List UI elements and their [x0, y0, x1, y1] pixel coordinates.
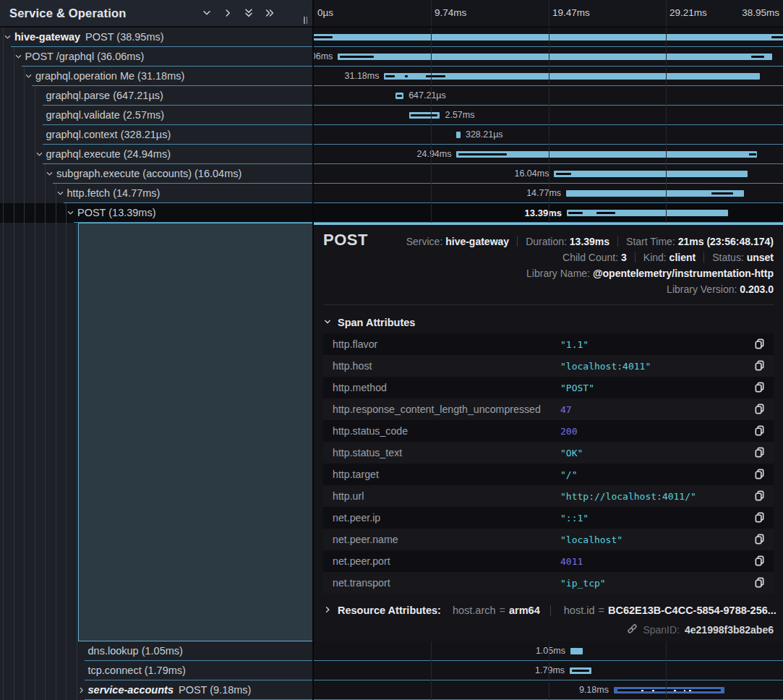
- span-id-label: SpanID:: [643, 624, 680, 636]
- indent-guide: [14, 641, 14, 661]
- column-resizer-handle[interactable]: [304, 17, 307, 24]
- indent-guide: [3, 145, 4, 164]
- span-duration-label: 328.21µs: [466, 125, 503, 145]
- attribute-key: http.url: [323, 490, 364, 502]
- tree-row[interactable]: dns.lookup (1.05ms): [0, 641, 312, 661]
- indent-guide: [35, 184, 35, 203]
- tree-row[interactable]: subgraph.execute (accounts) (16.04ms): [0, 164, 312, 184]
- tree-row[interactable]: graphql.validate (2.57ms): [0, 106, 312, 125]
- copy-icon[interactable]: [754, 360, 765, 371]
- chevron-down-icon[interactable]: [4, 33, 12, 41]
- span-bar[interactable]: [456, 132, 460, 138]
- tree-row[interactable]: graphql.operation Me (31.18ms): [0, 67, 312, 86]
- indent-guide: [3, 164, 4, 184]
- span-name: graphql.parse (647.21µs): [46, 86, 163, 105]
- critical-path-mark: [385, 75, 395, 77]
- tree-row[interactable]: graphql.parse (647.21µs): [0, 86, 312, 106]
- attribute-row: http.status_text"OK": [323, 442, 774, 464]
- meta-label: Status:: [712, 252, 746, 263]
- meta-label: Child Count:: [562, 252, 621, 263]
- tree-row[interactable]: service-accountsPOST (9.18ms): [0, 680, 312, 700]
- chevron-down-icon[interactable]: [46, 170, 54, 178]
- tree-row[interactable]: hive-gatewayPOST (38.95ms): [0, 27, 312, 47]
- chevron-right-icon[interactable]: [223, 8, 233, 18]
- tree-row[interactable]: tcp.connect (1.79ms): [0, 661, 312, 680]
- indent-guide: [3, 203, 4, 223]
- indent-guide: [3, 86, 4, 106]
- critical-path-mark: [411, 114, 437, 116]
- resource-attributes-title: Resource Attributes:: [338, 605, 441, 616]
- copy-icon[interactable]: [754, 338, 765, 349]
- attribute-row: http.method"POST": [323, 377, 774, 398]
- critical-path-mark: [617, 689, 721, 691]
- attribute-value: 200: [560, 426, 577, 437]
- chevron-down-icon[interactable]: [202, 8, 212, 18]
- span-name: subgraph.execute (accounts) (16.04ms): [56, 164, 241, 183]
- span-bar[interactable]: [567, 210, 728, 216]
- ruler-gridline: [549, 0, 549, 26]
- critical-path-mark: [314, 36, 333, 38]
- meta-divider: [617, 236, 618, 247]
- double-chevron-right-icon[interactable]: [265, 8, 275, 18]
- copy-icon[interactable]: [754, 382, 765, 393]
- span-attributes-table: http.flavor"1.1"http.host"localhost:4011…: [323, 333, 774, 594]
- span-bar[interactable]: [338, 54, 772, 60]
- timeline-ruler: 0µs9.74ms19.47ms29.21ms38.95ms: [314, 0, 783, 27]
- chevron-right-icon[interactable]: [77, 686, 85, 694]
- tree-row[interactable]: http.fetch (14.77ms): [0, 184, 312, 203]
- indent-guide: [24, 164, 25, 184]
- chevron-down-icon[interactable]: [67, 209, 74, 217]
- meta-value: 0.203.0: [740, 283, 774, 295]
- timeline-rows-bottom: 1.05ms1.79ms9.18ms: [314, 641, 783, 700]
- indent-guide: [35, 680, 35, 700]
- indent-guide: [24, 223, 25, 641]
- critical-path-mark: [749, 153, 757, 155]
- span-name: graphql.context (328.21µs): [46, 125, 171, 144]
- indent-guide: [77, 641, 77, 661]
- selected-span-detail-block: [78, 223, 312, 641]
- link-icon[interactable]: [627, 623, 638, 636]
- span-bar[interactable]: [570, 648, 583, 654]
- copy-icon[interactable]: [754, 512, 765, 523]
- resource-attributes-row[interactable]: Resource Attributes: host.arch=arm64host…: [323, 602, 776, 618]
- chevron-down-icon[interactable]: [25, 72, 33, 80]
- copy-icon[interactable]: [754, 490, 765, 501]
- copy-icon[interactable]: [754, 469, 765, 479]
- indent-guide: [3, 641, 4, 661]
- indent-guide: [14, 223, 14, 641]
- double-chevron-down-icon[interactable]: [244, 8, 254, 18]
- copy-icon[interactable]: [754, 577, 765, 588]
- span-duration-label: 647.21µs: [408, 86, 446, 106]
- span-name: graphql.execute (24.94ms): [46, 145, 171, 163]
- span-duration-label: 14.77ms: [526, 184, 561, 203]
- span-bar[interactable]: [554, 171, 747, 177]
- copy-icon[interactable]: [754, 534, 765, 545]
- chevron-down-icon[interactable]: [35, 150, 43, 158]
- span-name: dns.lookup (1.05ms): [88, 641, 183, 660]
- tree-row[interactable]: POST /graphql (36.06ms): [0, 47, 312, 67]
- indent-guide: [66, 641, 67, 661]
- tree-row[interactable]: graphql.context (328.21µs): [0, 125, 312, 145]
- span-duration-label: 31.18ms: [345, 67, 380, 86]
- resource-key: host.arch: [453, 605, 496, 616]
- chevron-down-icon[interactable]: [56, 189, 64, 197]
- tree-row[interactable]: graphql.execute (24.94ms): [0, 145, 312, 164]
- tree-row[interactable]: POST (13.39ms): [0, 203, 312, 223]
- attribute-row: http.host"localhost:4011": [323, 355, 774, 377]
- copy-icon[interactable]: [754, 447, 765, 458]
- span-name: http.fetch (14.77ms): [67, 184, 161, 202]
- span-attributes-header[interactable]: Span Attributes: [323, 316, 415, 329]
- copy-icon[interactable]: [754, 404, 765, 414]
- indent-guide: [14, 86, 14, 106]
- copy-icon[interactable]: [754, 425, 765, 436]
- chevron-down-icon[interactable]: [14, 53, 22, 61]
- attribute-value: "localhost:4011": [560, 361, 651, 372]
- resource-equals: =: [598, 605, 604, 616]
- attribute-key: http.response_content_length_uncompresse…: [323, 404, 541, 415]
- copy-icon[interactable]: [754, 555, 765, 566]
- timeline-column: 0µs9.74ms19.47ms29.21ms38.95ms 38.95ms36…: [314, 0, 783, 700]
- indent-guide: [24, 145, 25, 164]
- indent-guide: [45, 203, 46, 223]
- indent-guide: [24, 86, 25, 106]
- indent-guide: [66, 223, 67, 641]
